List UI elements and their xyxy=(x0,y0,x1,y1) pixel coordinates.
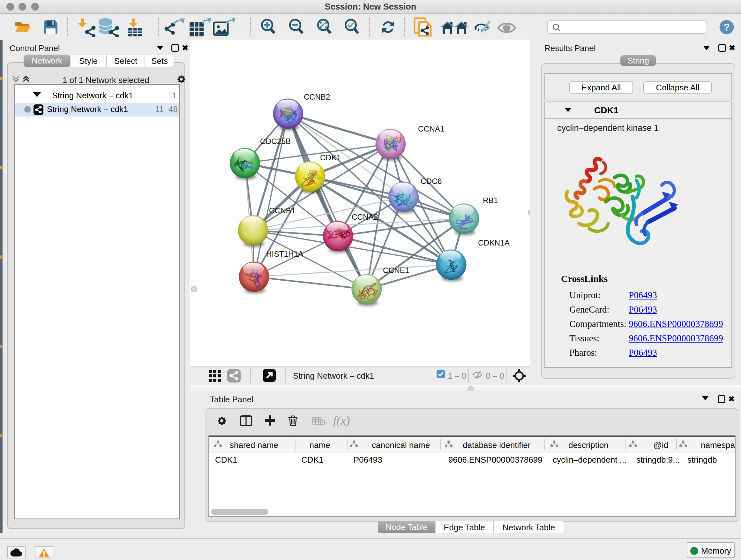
svg-text:RB1: RB1 xyxy=(483,196,498,205)
svg-text:CCNA1: CCNA1 xyxy=(418,125,445,133)
svg-text:?: ? xyxy=(724,21,730,33)
svg-text:CDKN1A: CDKN1A xyxy=(478,239,510,247)
svg-text:CCNA2: CCNA2 xyxy=(352,212,378,221)
svg-text:CCNB1: CCNB1 xyxy=(269,206,295,215)
svg-text:CDC6: CDC6 xyxy=(421,177,442,186)
svg-text:CCNE1: CCNE1 xyxy=(383,266,409,274)
svg-text:CDK1: CDK1 xyxy=(320,153,341,162)
svg-text:HIST1H1A: HIST1H1A xyxy=(266,250,304,258)
svg-text:CDC25B: CDC25B xyxy=(260,137,291,145)
svg-text:CCNB2: CCNB2 xyxy=(304,92,330,101)
